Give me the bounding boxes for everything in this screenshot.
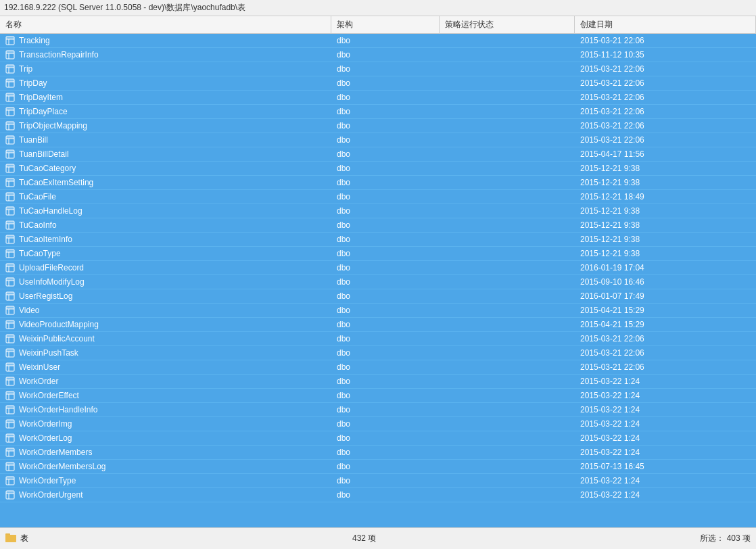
cell-name: TripDayItem [0, 91, 331, 104]
table-row[interactable]: WorkOrderMembersLog dbo 2015-07-13 16:45 [0, 460, 756, 474]
cell-policy [440, 76, 575, 90]
cell-name: Trip [0, 62, 331, 76]
table-icon [5, 50, 15, 59]
table-row[interactable]: TuCaoCategory dbo 2015-12-21 9:38 [0, 162, 756, 176]
table-row[interactable]: TuCaoHandleLog dbo 2015-12-21 9:38 [0, 204, 756, 218]
cell-created: 2015-12-21 9:38 [575, 204, 756, 218]
cell-name: Tracking [0, 34, 331, 47]
cell-schema: dbo [331, 34, 440, 47]
cell-created: 2015-03-22 1:24 [575, 488, 756, 502]
table-icon [5, 178, 15, 187]
svg-rect-115 [6, 434, 14, 437]
table-icon [5, 149, 15, 159]
cell-schema: dbo [331, 233, 440, 246]
title-text: 192.168.9.222 (SQL Server 11.0.5058 - de… [4, 3, 245, 12]
table-row[interactable]: WeixinUser dbo 2015-03-21 22:06 [0, 360, 756, 375]
table-row[interactable]: WorkOrderImg dbo 2015-03-22 1:24 [0, 417, 756, 431]
table-row[interactable]: TuCaoExItemSetting dbo 2015-12-21 9:38 [0, 176, 756, 190]
cell-created: 2015-03-22 1:24 [575, 417, 756, 431]
table-row[interactable]: TuCaoItemInfo dbo 2015-12-21 9:38 [0, 233, 756, 247]
cell-created: 2015-04-21 15:29 [575, 318, 756, 331]
cell-policy [440, 119, 575, 133]
cell-policy [440, 176, 575, 189]
table-row[interactable]: WorkOrderEffect dbo 2015-03-22 1:24 [0, 389, 756, 403]
table-body[interactable]: Tracking dbo 2015-03-21 22:06 Transactio… [0, 34, 756, 527]
table-icon [5, 291, 15, 301]
cell-schema: dbo [331, 275, 440, 289]
cell-name: WorkOrderMembers [0, 446, 331, 459]
cell-name: TuCaoHandleLog [0, 204, 331, 218]
table-row[interactable]: WorkOrderUrgent dbo 2015-03-22 1:24 [0, 488, 756, 502]
cell-schema: dbo [331, 48, 440, 62]
table-icon [5, 93, 15, 102]
cell-policy [440, 318, 575, 331]
table-row[interactable]: Trip dbo 2015-03-21 22:06 [0, 62, 756, 76]
cell-name: TuCaoInfo [0, 218, 331, 232]
table-icon [5, 135, 15, 145]
cell-created: 2016-01-19 17:04 [575, 261, 756, 274]
table-row[interactable]: WorkOrderLog dbo 2015-03-22 1:24 [0, 431, 756, 446]
table-row[interactable]: UploadFileRecord dbo 2016-01-19 17:04 [0, 261, 756, 275]
cell-policy [440, 375, 575, 388]
cell-schema: dbo [331, 446, 440, 459]
table-row[interactable]: UserRegistLog dbo 2016-01-07 17:49 [0, 289, 756, 304]
cell-policy [440, 218, 575, 232]
svg-rect-79 [6, 306, 14, 309]
table-row[interactable]: WeixinPublicAccount dbo 2015-03-21 22:06 [0, 332, 756, 346]
cell-created: 2015-03-21 22:06 [575, 346, 756, 360]
svg-rect-39 [6, 164, 14, 167]
cell-schema: dbo [331, 247, 440, 260]
table-icon [5, 64, 15, 74]
cell-policy [440, 147, 575, 161]
cell-name: TransactionRepairInfo [0, 48, 331, 62]
cell-policy [440, 48, 575, 62]
table-row[interactable]: TransactionRepairInfo dbo 2015-11-12 10:… [0, 48, 756, 62]
table-row[interactable]: VideoProductMapping dbo 2015-04-21 15:29 [0, 318, 756, 332]
cell-name: TripObjectMapping [0, 119, 331, 133]
table-row[interactable]: TuCaoType dbo 2015-12-21 9:38 [0, 247, 756, 261]
cell-schema: dbo [331, 119, 440, 133]
column-header-created: 创建日期 [575, 16, 756, 33]
cell-name: VideoProductMapping [0, 318, 331, 331]
table-row[interactable]: TuCaoInfo dbo 2015-12-21 9:38 [0, 218, 756, 233]
table-row[interactable]: WorkOrder dbo 2015-03-22 1:24 [0, 375, 756, 389]
cell-name: WorkOrderMembersLog [0, 460, 331, 473]
table-row[interactable]: WorkOrderType dbo 2015-03-22 1:24 [0, 474, 756, 488]
main-content: 名称 架构 策略运行状态 创建日期 Tracking dbo 2015-03-2… [0, 16, 756, 527]
cell-policy [440, 304, 575, 317]
table-row[interactable]: TripDayItem dbo 2015-03-21 22:06 [0, 91, 756, 105]
table-icon [5, 490, 15, 500]
title-bar: 192.168.9.222 (SQL Server 11.0.5058 - de… [0, 0, 756, 16]
cell-created: 2015-03-21 22:06 [575, 360, 756, 374]
table-icon [5, 433, 15, 443]
cell-policy [440, 332, 575, 345]
svg-rect-95 [6, 363, 14, 366]
cell-schema: dbo [331, 389, 440, 402]
table-row[interactable]: UseInfoModifyLog dbo 2015-09-10 16:46 [0, 275, 756, 289]
table-row[interactable]: TripDay dbo 2015-03-21 22:06 [0, 76, 756, 91]
svg-rect-63 [6, 249, 14, 252]
cell-name: WorkOrderType [0, 474, 331, 487]
table-icon [5, 277, 15, 287]
table-row[interactable]: WorkOrderMembers dbo 2015-03-22 1:24 [0, 446, 756, 460]
table-row[interactable]: TripObjectMapping dbo 2015-03-21 22:06 [0, 119, 756, 133]
table-row[interactable]: Video dbo 2015-04-21 15:29 [0, 304, 756, 318]
cell-schema: dbo [331, 318, 440, 331]
table-row[interactable]: WorkOrderHandleInfo dbo 2015-03-22 1:24 [0, 403, 756, 417]
table-icon [5, 249, 15, 258]
cell-created: 2015-03-22 1:24 [575, 389, 756, 402]
cell-name: WorkOrderImg [0, 417, 331, 431]
table-row[interactable]: Tracking dbo 2015-03-21 22:06 [0, 34, 756, 48]
table-row[interactable]: TripDayPlace dbo 2015-03-21 22:06 [0, 105, 756, 119]
table-row[interactable]: TuanBill dbo 2015-03-21 22:06 [0, 133, 756, 147]
table-row[interactable]: TuanBillDetail dbo 2015-04-17 11:56 [0, 147, 756, 162]
table-row[interactable]: WeixinPushTask dbo 2015-03-21 22:06 [0, 346, 756, 360]
cell-schema: dbo [331, 62, 440, 76]
cell-policy [440, 275, 575, 289]
table-row[interactable]: TuCaoFile dbo 2015-12-21 18:49 [0, 190, 756, 204]
cell-policy [440, 289, 575, 303]
cell-schema: dbo [331, 147, 440, 161]
cell-created: 2015-12-21 9:38 [575, 247, 756, 260]
cell-created: 2015-03-21 22:06 [575, 133, 756, 147]
svg-rect-11 [6, 65, 14, 68]
